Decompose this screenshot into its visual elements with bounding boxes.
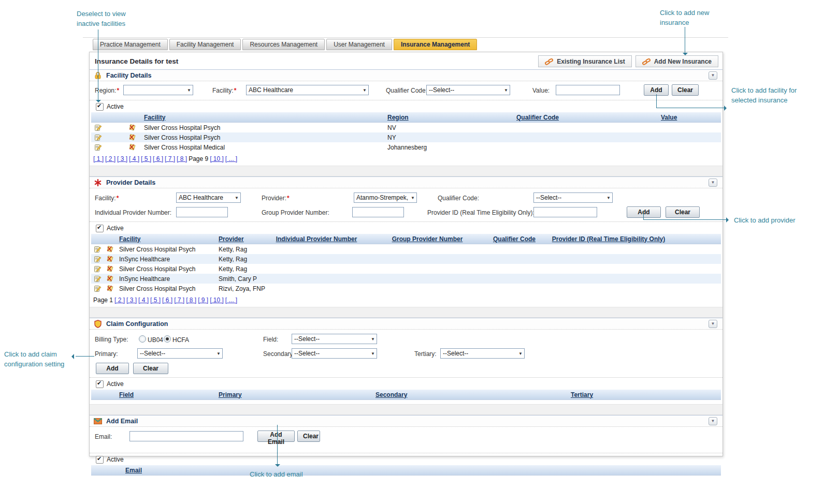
qualifier-code-select[interactable]: --Select-- xyxy=(426,85,510,95)
page-link[interactable]: [ 7 ] xyxy=(174,297,184,304)
section-gap xyxy=(90,404,723,415)
edit-icon[interactable] xyxy=(94,143,102,151)
column-header-provider-id[interactable]: Provider ID (Real Time Eligibility Only) xyxy=(539,234,678,244)
tab-facility-management[interactable]: Facility Management xyxy=(169,39,241,50)
page-link[interactable]: [ 1 ] xyxy=(93,155,104,162)
provider-id-input[interactable] xyxy=(533,207,597,217)
facility-select[interactable]: ABC Healthcare xyxy=(246,85,369,95)
facility-active-checkbox[interactable] xyxy=(96,103,104,111)
column-header-provider[interactable]: Provider xyxy=(216,234,268,244)
email-input[interactable] xyxy=(129,431,243,441)
page-link[interactable]: [ 3 ] xyxy=(117,155,127,162)
page-link[interactable]: [ 4 ] xyxy=(138,297,149,304)
tab-resources-management[interactable]: Resources Management xyxy=(242,39,325,50)
column-header-qualifier-code[interactable]: Qualifier Code xyxy=(507,112,649,123)
page-link[interactable]: [ 10 ] xyxy=(210,297,224,304)
column-header-field[interactable]: Field xyxy=(117,390,216,400)
column-header-value[interactable]: Value xyxy=(649,112,721,123)
page-link[interactable]: [ 5 ] xyxy=(141,155,151,162)
provider-add-button[interactable]: Add xyxy=(627,206,661,218)
claim-clear-button[interactable]: Clear xyxy=(133,363,168,374)
column-header-facility[interactable]: Facility xyxy=(117,234,216,244)
group-provider-number-input[interactable] xyxy=(352,207,404,217)
page-link[interactable]: [ 5 ] xyxy=(150,297,161,304)
column-header-primary[interactable]: Primary xyxy=(216,390,373,400)
ub04-radio[interactable] xyxy=(139,335,146,343)
facility-pagination: [ 1 ][ 2 ][ 3 ][ 4 ][ 5 ][ 6 ][ 7 ][ 8 ]… xyxy=(90,152,723,166)
individual-provider-number-input[interactable] xyxy=(176,207,228,217)
provider-clear-button[interactable]: Clear xyxy=(666,206,700,218)
claim-add-button[interactable]: Add xyxy=(96,363,129,374)
delete-icon[interactable] xyxy=(106,245,114,253)
claim-collapse-button[interactable] xyxy=(709,320,717,328)
primary-label: Primary: xyxy=(95,350,118,358)
column-header-region[interactable]: Region xyxy=(385,112,507,123)
page-link[interactable]: [ 9 ] xyxy=(198,297,208,304)
edit-icon[interactable] xyxy=(94,265,102,273)
page-link[interactable]: [ 6 ] xyxy=(162,297,172,304)
edit-icon[interactable] xyxy=(94,275,102,283)
delete-icon[interactable] xyxy=(106,285,114,292)
page-link[interactable]: [ 2 ] xyxy=(114,297,125,304)
provider-qualifier-code-select[interactable]: --Select-- xyxy=(533,192,613,203)
delete-icon[interactable] xyxy=(128,134,136,141)
page-link[interactable]: [ 6 ] xyxy=(153,155,163,162)
page-link[interactable]: [ 8 ] xyxy=(177,155,187,162)
facility-clear-button[interactable]: Clear xyxy=(672,84,699,96)
field-select[interactable]: --Select-- xyxy=(292,334,377,344)
provider-facility-select[interactable]: ABC Healthcare xyxy=(176,192,241,203)
column-header-email[interactable]: Email xyxy=(123,465,721,476)
column-header-secondary[interactable]: Secondary xyxy=(373,390,569,400)
email-collapse-button[interactable] xyxy=(709,417,717,425)
hcfa-label: HCFA xyxy=(172,336,189,344)
delete-icon[interactable] xyxy=(106,265,114,273)
add-new-insurance-button[interactable]: Add New Insurance xyxy=(635,55,718,67)
region-select[interactable] xyxy=(123,85,193,95)
edit-icon[interactable] xyxy=(94,285,102,292)
value-input[interactable] xyxy=(556,85,620,95)
hcfa-radio[interactable] xyxy=(164,335,171,343)
provider-select[interactable]: Atanmo-Strempek, Ka xyxy=(354,192,417,203)
existing-insurance-list-button[interactable]: Existing Insurance List xyxy=(538,55,631,67)
page-link[interactable]: [ 10 ] xyxy=(210,155,224,162)
column-header-group-provider-number[interactable]: Group Provider Number xyxy=(365,234,490,244)
provider-active-checkbox[interactable] xyxy=(96,225,104,232)
page-link[interactable]: [ ... ] xyxy=(225,155,237,162)
column-header-facility[interactable]: Facility xyxy=(142,112,385,123)
provider-table: Facility Provider Individual Provider Nu… xyxy=(91,234,721,293)
edit-icon[interactable] xyxy=(94,255,102,263)
annotation-line-add-facility-v xyxy=(656,94,657,108)
column-header-individual-provider-number[interactable]: Individual Provider Number xyxy=(268,234,365,244)
provider-active-label: Active xyxy=(107,225,124,232)
column-header-tertiary[interactable]: Tertiary xyxy=(569,390,721,400)
tab-user-management[interactable]: User Management xyxy=(326,39,392,50)
page-link[interactable]: [ 3 ] xyxy=(126,297,137,304)
tab-practice-management[interactable]: Practice Management xyxy=(93,39,168,50)
edit-icon[interactable] xyxy=(94,124,102,131)
page-link[interactable]: [ 7 ] xyxy=(165,155,175,162)
facility-collapse-button[interactable] xyxy=(709,71,717,80)
delete-icon[interactable] xyxy=(128,143,136,151)
tertiary-select[interactable]: --Select-- xyxy=(440,348,525,359)
edit-icon[interactable] xyxy=(94,245,102,253)
secondary-select[interactable]: --Select-- xyxy=(292,348,377,359)
page-link[interactable]: [ 2 ] xyxy=(105,155,115,162)
provider-row: InSync Healthcare Ketty, Rag xyxy=(91,254,721,264)
add-email-button[interactable]: Add Email xyxy=(257,431,295,442)
email-clear-button[interactable]: Clear xyxy=(297,431,320,442)
edit-icon[interactable] xyxy=(94,134,102,141)
claim-active-checkbox[interactable] xyxy=(96,380,104,388)
page-link[interactable]: [ 4 ] xyxy=(129,155,139,162)
tab-insurance-management[interactable]: Insurance Management xyxy=(394,39,477,50)
primary-select[interactable]: --Select-- xyxy=(137,348,223,359)
delete-icon[interactable] xyxy=(128,124,136,131)
delete-icon[interactable] xyxy=(106,255,114,263)
email-active-checkbox[interactable] xyxy=(96,456,104,464)
column-header-qualifier-code[interactable]: Qualifier Code xyxy=(490,234,539,244)
provider-collapse-button[interactable] xyxy=(709,179,717,187)
envelope-icon xyxy=(94,418,102,424)
page-link[interactable]: [ ... ] xyxy=(225,297,237,304)
delete-icon[interactable] xyxy=(106,275,114,283)
page-link[interactable]: [ 8 ] xyxy=(186,297,196,304)
group-provider-number-label: Group Provider Number: xyxy=(262,209,329,216)
